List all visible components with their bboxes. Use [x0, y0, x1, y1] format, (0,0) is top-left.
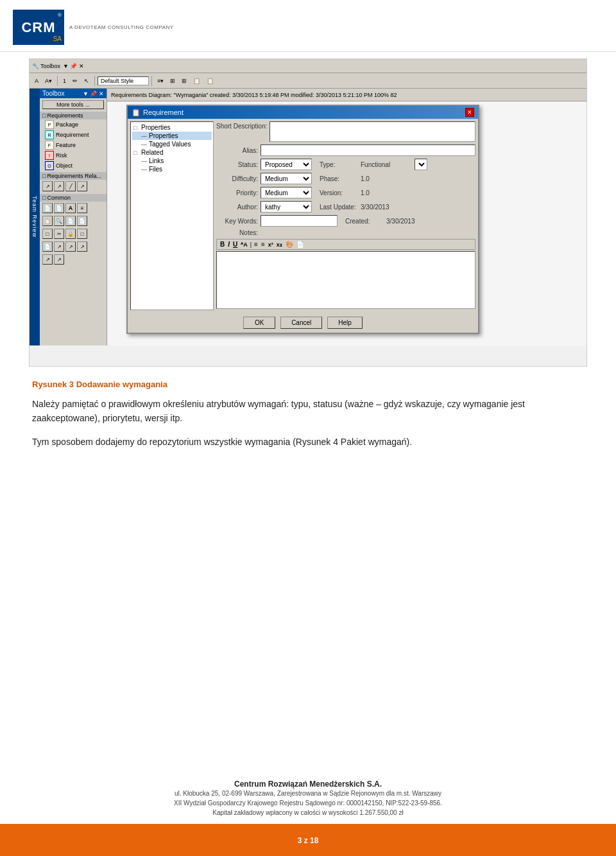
requirement-icon: R: [45, 130, 54, 139]
logo-area: CRM ® SA A DEVOTEAM CONSULTING COMPANY: [13, 10, 603, 45]
logo-box: CRM ® SA: [13, 10, 64, 45]
toolbox-title: Toolbox: [42, 90, 64, 97]
tool-c17[interactable]: ↗: [42, 254, 53, 265]
tree-tagged-values[interactable]: — Tagged Values: [132, 140, 212, 148]
tool-c2[interactable]: 📄: [54, 203, 64, 213]
common-label: Common: [47, 195, 71, 201]
tool-c9[interactable]: □: [42, 229, 53, 239]
toolbox-label: 🔧: [32, 63, 39, 69]
toolbar-more-btn[interactable]: ≡▾: [155, 76, 166, 85]
tool-c12[interactable]: □: [77, 229, 87, 239]
toolbar-format-btn[interactable]: A▾: [42, 76, 55, 85]
tool-c3[interactable]: A: [65, 203, 76, 213]
expand-files: —: [141, 166, 148, 173]
tool-c18[interactable]: ↗: [54, 254, 64, 265]
cancel-button[interactable]: Cancel: [280, 317, 322, 329]
expand-tagged: —: [141, 141, 148, 148]
toolbox-requirement-item[interactable]: R Requirement: [40, 130, 107, 140]
tool-c14[interactable]: ↗: [54, 241, 64, 252]
toolbox-package-item[interactable]: P Package: [40, 119, 107, 130]
alias-input[interactable]: [261, 144, 475, 156]
tree-links[interactable]: — Links: [132, 157, 212, 165]
tool-c15[interactable]: ↗: [65, 241, 76, 252]
tree-files[interactable]: — Files: [132, 165, 212, 173]
team-review-tab[interactable]: Team Review: [30, 89, 40, 345]
topbar-pins: ▼ 📌 ✕: [63, 63, 84, 69]
tool-c8[interactable]: 📄: [77, 216, 87, 226]
tree-related-root[interactable]: □ Related: [132, 148, 212, 157]
toolbox-more-btn[interactable]: More tools ...: [42, 100, 104, 109]
topbar-title: Toolbox: [40, 63, 60, 69]
tool-c6[interactable]: 🔍: [54, 216, 64, 226]
tool-arrow2[interactable]: ↗: [54, 181, 64, 191]
common-tools-row5: ↗ ↗: [40, 253, 107, 266]
tool-line[interactable]: ╱: [65, 181, 76, 191]
toolbar-1-btn[interactable]: 1: [60, 76, 69, 85]
toolbar-grid-btn[interactable]: ⊞: [167, 76, 178, 85]
short-description-input[interactable]: [270, 121, 475, 142]
toolbox-feature-item[interactable]: F Feature: [40, 140, 107, 150]
notes-textarea[interactable]: [216, 251, 475, 309]
italic-btn[interactable]: I: [227, 241, 230, 248]
superscript-btn[interactable]: x²: [268, 241, 274, 248]
difficulty-label: Difficulty:: [216, 175, 258, 182]
ok-button[interactable]: OK: [243, 317, 275, 329]
image-btn[interactable]: 📄: [296, 241, 305, 248]
author-lastupdate-row: Author: kathy Last Update: 3/30/2013: [216, 201, 475, 213]
toolbar-sep3: [151, 76, 152, 86]
tree-properties-root[interactable]: □ Properties: [132, 123, 212, 132]
tool-c7[interactable]: 📄: [65, 216, 76, 226]
difficulty-select[interactable]: Medium: [261, 173, 312, 184]
tool-arrow1[interactable]: ↗: [42, 181, 53, 191]
font-color-btn[interactable]: ᴬA: [240, 241, 248, 248]
list2-btn[interactable]: ≡: [261, 241, 266, 248]
toolbar-paste-btn[interactable]: 📋: [204, 76, 216, 85]
common-tools-row2: 📋 🔍 📄 📄: [40, 214, 107, 227]
toolbox-title-bar: Toolbox ▼ 📌 ✕: [40, 89, 107, 98]
expand-properties-child: —: [141, 133, 148, 139]
tool-c1[interactable]: 📄: [42, 203, 53, 213]
toolbox-risk-item[interactable]: ! Risk: [40, 150, 107, 161]
tool-arrow3[interactable]: ↗: [77, 181, 87, 191]
color-btn[interactable]: 🎨: [285, 241, 294, 248]
toolbar-pencil-btn[interactable]: ✏: [70, 76, 80, 85]
toolbox-object-item[interactable]: O Object: [40, 161, 107, 171]
screenshot-toolbar[interactable]: A A▾ 1 ✏ ↖ Default Style ≡▾ ⊞ ⊞ 📋 📋: [30, 73, 586, 89]
priority-version-row: Priority: Medium Version: 1.0: [216, 187, 475, 198]
tool-c5[interactable]: 📋: [42, 216, 53, 226]
priority-select[interactable]: Medium: [261, 187, 312, 198]
dialog-close-button[interactable]: ✕: [465, 108, 474, 117]
toolbar-align-btn[interactable]: ⊞: [179, 76, 189, 85]
keywords-input[interactable]: [261, 215, 338, 227]
underline-btn[interactable]: U: [232, 241, 238, 248]
req-rela-header[interactable]: □ Requirements Rela...: [40, 172, 107, 180]
difficulty-phase-row: Difficulty: Medium Phase: 1.0: [216, 173, 475, 184]
toolbar-copy-btn[interactable]: 📋: [191, 76, 203, 85]
package-icon: P: [45, 120, 54, 129]
toolbar-cursor-btn[interactable]: ↖: [81, 76, 92, 85]
toolbar-sep2: [94, 76, 95, 86]
footer-address2: XII Wydział Gospodarczy Krajowego Rejest…: [0, 798, 616, 808]
common-tools-row4: 📄 ↗ ↗ ↗: [40, 240, 107, 253]
tool-c11[interactable]: 🔒: [65, 229, 76, 239]
subscript-btn[interactable]: x₂: [276, 241, 283, 248]
dialog-form: Short Description: Alias: Status:: [216, 121, 475, 310]
type-select[interactable]: [415, 159, 427, 170]
common-header[interactable]: □ Common: [40, 194, 107, 202]
list-btn[interactable]: ≡: [253, 241, 259, 248]
tool-c10[interactable]: ✂: [54, 229, 64, 239]
toolbar-sep1: [57, 76, 58, 86]
tool-c4[interactable]: ≡: [77, 203, 87, 213]
risk-icon: !: [45, 151, 54, 160]
bold-btn[interactable]: B: [219, 241, 225, 248]
expand-icon2: □: [42, 173, 46, 179]
requirements-header[interactable]: □ Requirements: [40, 112, 107, 119]
tree-properties-child[interactable]: — Properties: [132, 132, 212, 140]
help-button[interactable]: Help: [327, 317, 363, 329]
status-select[interactable]: Proposed: [261, 159, 312, 170]
author-select[interactable]: kathy: [261, 201, 312, 213]
header: CRM ® SA A DEVOTEAM CONSULTING COMPANY: [0, 0, 616, 52]
toolbar-a-btn[interactable]: A: [32, 76, 41, 85]
tool-c16[interactable]: ↗: [77, 241, 87, 252]
tool-c13[interactable]: 📄: [42, 241, 53, 252]
